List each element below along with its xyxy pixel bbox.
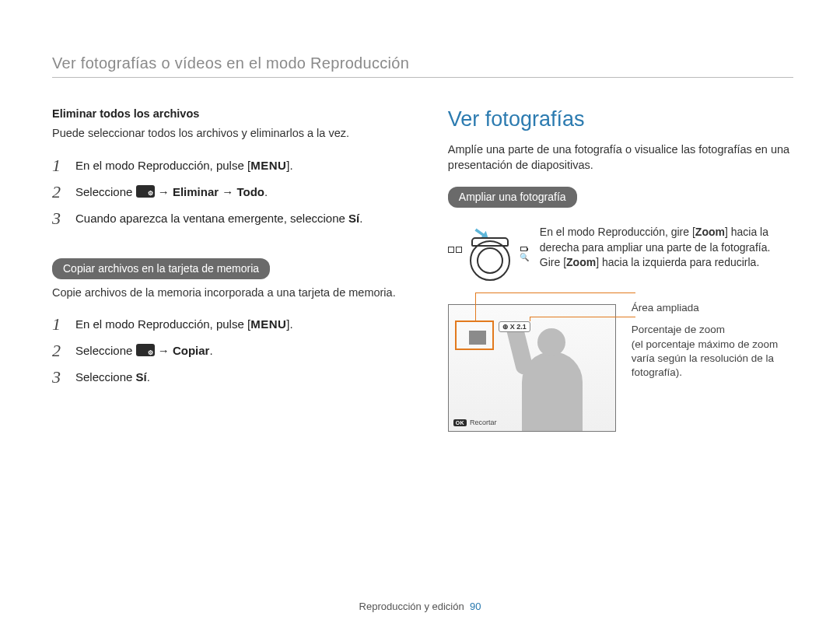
copy-section-pill: Copiar archivos en la tarjeta de memoria [52, 258, 270, 279]
step-3: 3 Cuando aparezca la ventana emergente, … [52, 210, 409, 227]
status-icons [448, 247, 462, 253]
si-label: Sí [348, 212, 359, 225]
eliminar-label: Eliminar [173, 185, 219, 198]
callout-zoom-ratio-note: (el porcentaje máximo de zoom varía segú… [632, 338, 793, 380]
menu-label: MENU [250, 159, 286, 172]
settings-camera-icon [136, 344, 155, 356]
copiar-label: Copiar [173, 344, 210, 357]
person-silhouette [503, 324, 597, 431]
step-number: 1 [52, 157, 66, 174]
zoom-diagram-row: ⊕ X 2.1 OK Recortar Área ampliada Porcen… [448, 304, 793, 432]
si-label: Sí [136, 370, 147, 384]
step-1: 1 En el modo Reproducción, pulse [MENU]. [52, 316, 409, 333]
footer-page-number: 90 [470, 601, 481, 612]
step-text: Seleccione [75, 185, 136, 198]
grid-icon [456, 247, 462, 253]
breadcrumb-title: Ver fotografías o vídeos en el modo Repr… [52, 54, 793, 72]
step-2: 2 Seleccione → Eliminar → Todo. [52, 184, 409, 201]
grid-icon [448, 247, 454, 253]
zoom-description: En el modo Reproducción, gire [Zoom] hac… [540, 225, 793, 271]
copy-steps: 1 En el modo Reproducción, pulse [MENU].… [52, 316, 409, 386]
footer-section: Reproducción y edición [359, 601, 464, 612]
ver-fotografias-heading: Ver fotografías [448, 107, 793, 131]
crop-label: Recortar [470, 419, 497, 426]
step-number: 2 [52, 184, 66, 201]
title-divider [52, 77, 793, 78]
delete-all-heading: Eliminar todos los archivos [52, 107, 409, 120]
step-text: Cuando aparezca la ventana emergente, se… [75, 212, 348, 225]
zoom-ratio-value: X 2.1 [510, 323, 527, 331]
step-3: 3 Seleccione Sí. [52, 369, 409, 386]
step-number: 1 [52, 316, 66, 333]
step-text: . [147, 370, 150, 384]
step-text: Seleccione [75, 344, 136, 357]
step-text: En el modo Reproducción, pulse [ [75, 317, 250, 331]
step-text: . [359, 212, 362, 225]
step-text: → [219, 185, 236, 198]
callout-zoom-ratio: Porcentaje de zoom [632, 323, 793, 337]
step-text: ]. [286, 317, 292, 331]
step-text: → [155, 344, 173, 357]
crop-hint: OK Recortar [453, 419, 497, 426]
zoom-dial-illustration [467, 226, 515, 289]
callout-area-ampliada: Área ampliada [632, 301, 793, 315]
zoom-instruction-row: 🔍 En el modo Reproducción, gire [Zoom] h… [448, 225, 793, 289]
magnifier-icon: 🔍 [520, 253, 529, 261]
right-column: Ver fotografías Amplíe una parte de una … [448, 107, 793, 432]
step-1: 1 En el modo Reproducción, pulse [MENU]. [52, 157, 409, 174]
zoom-ratio-badge: ⊕ X 2.1 [499, 321, 530, 332]
ok-button-icon: OK [453, 419, 467, 426]
step-number: 3 [52, 369, 66, 386]
todo-label: Todo [236, 185, 264, 198]
menu-label: MENU [250, 317, 286, 331]
step-text: Seleccione [75, 370, 136, 384]
delete-all-intro: Puede seleccionar todos los archivos y e… [52, 126, 409, 142]
magnifier-plus-icon: ⊕ [502, 323, 509, 331]
step-text: . [264, 185, 268, 198]
step-text: En el modo Reproducción, pulse [ [75, 159, 250, 172]
step-text: . [209, 344, 212, 357]
enlarged-area-indicator [455, 321, 494, 350]
battery-icon [520, 247, 527, 251]
delete-all-steps: 1 En el modo Reproducción, pulse [MENU].… [52, 157, 409, 227]
page-footer: Reproducción y edición 90 [0, 601, 840, 612]
ampliar-pill: Ampliar una fotografía [448, 187, 577, 208]
step-2: 2 Seleccione → Copiar. [52, 342, 409, 359]
copy-intro: Copie archivos de la memoria incorporada… [52, 285, 409, 301]
step-text: ]. [286, 159, 292, 172]
settings-camera-icon [136, 185, 155, 198]
left-column: Eliminar todos los archivos Puede selecc… [52, 107, 409, 432]
ver-fotografias-intro: Amplíe una parte de una fotografía o vis… [448, 142, 793, 173]
camera-screen-preview: ⊕ X 2.1 OK Recortar [448, 304, 616, 432]
step-text: → [155, 185, 173, 198]
step-number: 2 [52, 342, 66, 359]
step-number: 3 [52, 210, 66, 227]
